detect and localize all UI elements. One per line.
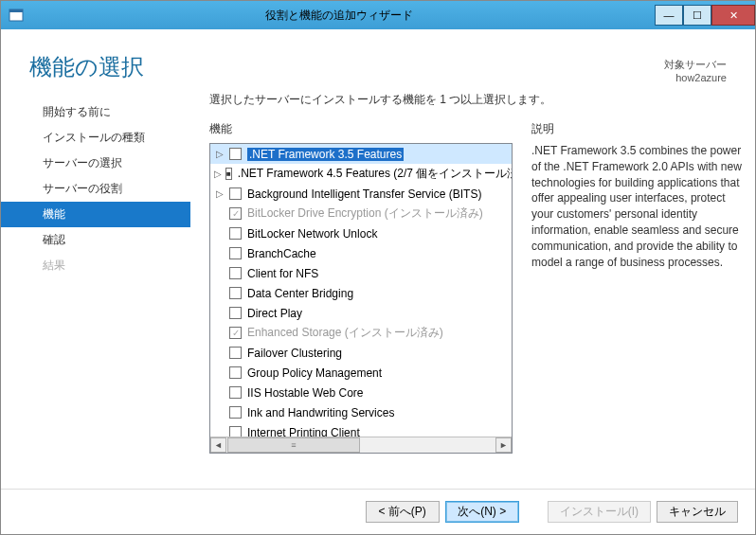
feature-checkbox [229, 207, 242, 220]
feature-row[interactable]: Enhanced Storage (インストール済み) [210, 323, 512, 343]
feature-row[interactable]: BranchCache [210, 243, 512, 263]
feature-row[interactable]: ▷.NET Framework 3.5 Features [210, 144, 512, 164]
minimize-button[interactable]: — [655, 5, 683, 26]
feature-label: Enhanced Storage (インストール済み) [247, 325, 443, 341]
feature-label: Direct Play [247, 307, 302, 320]
feature-checkbox[interactable] [229, 366, 242, 379]
feature-checkbox[interactable] [229, 347, 242, 359]
feature-label: Background Intelligent Transfer Service … [247, 187, 481, 201]
feature-label: Client for NFS [247, 267, 318, 280]
feature-checkbox[interactable] [229, 187, 242, 200]
feature-label: Group Policy Management [247, 366, 382, 380]
feature-row[interactable]: BitLocker Network Unlock [210, 223, 512, 243]
previous-button[interactable]: < 前へ(P) [366, 501, 440, 523]
titlebar: 役割と機能の追加ウィザード — ☐ ✕ [1, 1, 755, 29]
nav: 開始する前にインストールの種類サーバーの選択サーバーの役割機能確認結果 [1, 92, 190, 475]
destination-label: 対象サーバー [664, 58, 727, 72]
next-button[interactable]: 次へ(N) > [445, 501, 519, 523]
expand-icon[interactable]: ▷ [214, 188, 225, 199]
feature-row[interactable]: ▷Background Intelligent Transfer Service… [210, 184, 512, 204]
feature-checkbox[interactable] [229, 227, 242, 240]
nav-item: 結果 [1, 253, 190, 278]
feature-checkbox[interactable] [229, 426, 242, 437]
description-heading: 説明 [531, 121, 746, 137]
horizontal-scrollbar[interactable]: ◄ ≡ ► [210, 437, 512, 453]
nav-item[interactable]: サーバーの選択 [1, 151, 190, 176]
feature-checkbox[interactable] [229, 267, 242, 279]
close-button[interactable]: ✕ [711, 5, 755, 26]
feature-row[interactable]: Internet Printing Client [210, 422, 512, 437]
window-title: 役割と機能の追加ウィザード [24, 8, 655, 24]
feature-checkbox[interactable] [229, 386, 242, 399]
feature-checkbox [229, 327, 242, 339]
nav-item[interactable]: 機能 [1, 202, 190, 227]
description-column: 説明 .NET Framework 3.5 combines the power… [531, 121, 746, 475]
instruction-text: 選択したサーバーにインストールする機能を 1 つ以上選択します。 [209, 92, 746, 108]
scroll-track[interactable] [360, 437, 495, 453]
features-column: 機能 ▷.NET Framework 3.5 Features▷.NET Fra… [209, 121, 513, 475]
feature-checkbox[interactable] [229, 148, 242, 160]
feature-label: IIS Hostable Web Core [247, 386, 364, 400]
feature-checkbox[interactable] [229, 307, 242, 319]
features-listbox[interactable]: ▷.NET Framework 3.5 Features▷.NET Framew… [209, 143, 513, 454]
scroll-thumb[interactable]: ≡ [227, 437, 360, 453]
feature-row[interactable]: Direct Play [210, 303, 512, 323]
nav-item[interactable]: サーバーの役割 [1, 176, 190, 202]
body: 開始する前にインストールの種類サーバーの選択サーバーの役割機能確認結果 選択した… [1, 92, 755, 475]
svg-rect-1 [9, 9, 23, 12]
nav-item[interactable]: 開始する前に [1, 99, 190, 125]
feature-row[interactable]: ▷.NET Framework 4.5 Features (2/7 個をインスト… [210, 164, 512, 184]
feature-row[interactable]: Client for NFS [210, 263, 512, 283]
feature-label: BitLocker Drive Encryption (インストール済み) [247, 205, 483, 222]
feature-label: BitLocker Network Unlock [247, 227, 377, 241]
feature-row[interactable]: BitLocker Drive Encryption (インストール済み) [210, 204, 512, 223]
install-button: インストール(I) [548, 501, 651, 523]
features-heading: 機能 [209, 121, 513, 137]
expand-icon[interactable]: ▷ [214, 169, 222, 179]
description-text: .NET Framework 3.5 combines the power of… [531, 143, 746, 270]
columns: 機能 ▷.NET Framework 3.5 Features▷.NET Fra… [209, 121, 746, 475]
feature-label: Data Center Bridging [247, 287, 353, 300]
feature-label: Internet Printing Client [247, 426, 360, 437]
window-controls: — ☐ ✕ [655, 5, 755, 26]
feature-row[interactable]: Ink and Handwriting Services [210, 402, 512, 422]
feature-label: .NET Framework 3.5 Features [247, 148, 404, 161]
scroll-right-arrow[interactable]: ► [495, 437, 512, 453]
feature-row[interactable]: Failover Clustering [210, 343, 512, 363]
header: 機能の選択 対象サーバー how2azure [1, 29, 755, 92]
feature-checkbox[interactable] [229, 247, 242, 259]
app-icon [9, 8, 24, 23]
feature-row[interactable]: IIS Hostable Web Core [210, 383, 512, 402]
feature-label: .NET Framework 4.5 Features (2/7 個をインストー… [238, 166, 512, 182]
destination-server: 対象サーバー how2azure [664, 58, 727, 83]
feature-row[interactable]: Group Policy Management [210, 363, 512, 383]
main: 選択したサーバーにインストールする機能を 1 つ以上選択します。 機能 ▷.NE… [190, 92, 755, 475]
cancel-button[interactable]: キャンセル [657, 501, 738, 523]
feature-label: BranchCache [247, 247, 316, 260]
destination-value: how2azure [664, 72, 727, 83]
feature-checkbox[interactable] [229, 406, 242, 419]
footer: < 前へ(P) 次へ(N) > インストール(I) キャンセル [1, 489, 755, 534]
feature-checkbox[interactable] [225, 168, 232, 180]
scroll-left-arrow[interactable]: ◄ [210, 437, 226, 453]
feature-row[interactable]: Data Center Bridging [210, 283, 512, 303]
page-title: 機能の選択 [29, 52, 727, 82]
features-list: ▷.NET Framework 3.5 Features▷.NET Framew… [210, 144, 512, 437]
nav-item[interactable]: 確認 [1, 227, 190, 253]
maximize-button[interactable]: ☐ [683, 5, 711, 26]
nav-item[interactable]: インストールの種類 [1, 125, 190, 151]
feature-label: Ink and Handwriting Services [247, 406, 394, 419]
expand-icon[interactable]: ▷ [214, 149, 225, 159]
feature-label: Failover Clustering [247, 347, 342, 360]
feature-checkbox[interactable] [229, 287, 242, 299]
